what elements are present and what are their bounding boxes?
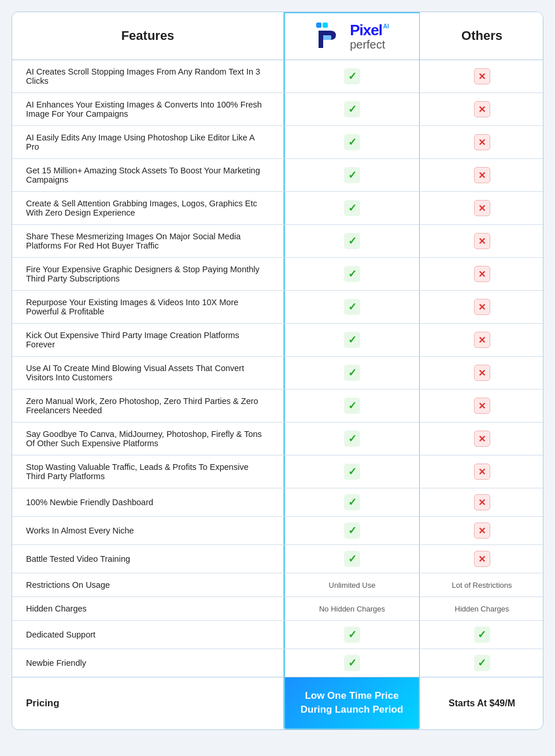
feature-cell: Share These Mesmerizing Images On Major …: [12, 225, 284, 257]
others-label: Others: [461, 28, 502, 43]
cross-icon: ✕: [474, 431, 490, 447]
table-row: Dedicated Support✓✓: [12, 621, 543, 649]
pixelperfect-cell: ✓: [284, 357, 420, 389]
others-cell: ✕: [420, 357, 543, 389]
pricing-others-value: Starts At $49/M: [449, 698, 515, 709]
pixelperfect-cell: ✓: [284, 159, 420, 191]
check-icon: ✓: [344, 233, 360, 249]
others-cell: ✕: [420, 291, 543, 323]
table-row: Share These Mesmerizing Images On Major …: [12, 225, 543, 258]
pixel-text: Pixel: [350, 22, 382, 39]
pricing-others-cell: Starts At $49/M: [420, 677, 543, 729]
logo-text: Pixel AI perfect: [350, 22, 389, 51]
others-cell: Lot of Restrictions: [420, 573, 543, 596]
cross-icon: ✕: [474, 332, 490, 348]
table-row: Repurpose Your Existing Images & Videos …: [12, 291, 543, 324]
svg-rect-0: [316, 23, 321, 28]
others-cell: ✕: [420, 324, 543, 356]
check-icon: ✓: [344, 200, 360, 216]
comparison-table: Features Pixel: [12, 12, 543, 730]
pricing-label: Pricing: [26, 698, 60, 709]
feature-cell: Battle Tested Video Training: [12, 545, 284, 573]
pixelperfect-cell: ✓: [284, 423, 420, 455]
perfect-text: perfect: [350, 38, 389, 51]
check-icon: ✓: [344, 627, 360, 643]
feature-cell: Create & Sell Attention Grabbing Images,…: [12, 192, 284, 224]
others-cell: ✕: [420, 126, 543, 158]
svg-rect-1: [323, 23, 328, 28]
table-row: 100% Newbie Friendly Dashboard✓✕: [12, 488, 543, 517]
cross-icon: ✕: [474, 494, 490, 510]
others-cell: ✕: [420, 390, 543, 422]
table-row: Get 15 Million+ Amazing Stock Assets To …: [12, 159, 543, 192]
check-icon: ✓: [344, 494, 360, 510]
others-cell: ✕: [420, 93, 543, 125]
feature-cell: Restrictions On Usage: [12, 573, 284, 596]
cross-icon: ✕: [474, 398, 490, 414]
feature-cell: AI Enhances Your Existing Images & Conve…: [12, 93, 284, 125]
text-value: Unlimited Use: [329, 581, 376, 590]
feature-cell: AI Easily Edits Any Image Using Photosho…: [12, 126, 284, 158]
check-icon: ✓: [344, 134, 360, 150]
pixelperfect-cell: ✓: [284, 649, 420, 677]
pixelperfect-cell: ✓: [284, 390, 420, 422]
others-cell: ✕: [420, 517, 543, 544]
ai-badge: AI: [383, 23, 389, 29]
feature-cell: Fire Your Expensive Graphic Designers & …: [12, 258, 284, 290]
check-icon: ✓: [344, 299, 360, 315]
text-value: Lot of Restrictions: [452, 581, 512, 590]
table-row: Restrictions On UsageUnlimited UseLot of…: [12, 573, 543, 597]
feature-cell: Use AI To Create Mind Blowing Visual Ass…: [12, 357, 284, 389]
table-row: Hidden ChargesNo Hidden ChargesHidden Ch…: [12, 597, 543, 621]
others-cell: ✕: [420, 455, 543, 488]
others-cell: ✕: [420, 60, 543, 92]
pixelperfect-cell: ✓: [284, 225, 420, 257]
cross-icon: ✕: [474, 266, 490, 282]
table-row: Works In Almost Every Niche✓✕: [12, 517, 543, 545]
cross-icon: ✕: [474, 464, 490, 480]
table-row: AI Enhances Your Existing Images & Conve…: [12, 93, 543, 126]
table-row: Zero Manual Work, Zero Photoshop, Zero T…: [12, 390, 543, 423]
rows-container: AI Creates Scroll Stopping Images From A…: [12, 60, 543, 677]
feature-cell: Zero Manual Work, Zero Photoshop, Zero T…: [12, 390, 284, 422]
cross-icon: ✕: [474, 299, 490, 315]
cross-icon: ✕: [474, 68, 490, 84]
check-icon: ✓: [344, 398, 360, 414]
table-row: Newbie Friendly✓✓: [12, 649, 543, 677]
table-row: AI Creates Scroll Stopping Images From A…: [12, 60, 543, 93]
table-row: Kick Out Expensive Third Party Image Cre…: [12, 324, 543, 357]
pricing-feature-cell: Pricing: [12, 677, 284, 729]
table-row: AI Easily Edits Any Image Using Photosho…: [12, 126, 543, 159]
pixelperfect-cell: ✓: [284, 291, 420, 323]
table-row: Battle Tested Video Training✓✕: [12, 545, 543, 573]
cross-icon: ✕: [474, 522, 490, 539]
others-cell: ✕: [420, 159, 543, 191]
others-cell: ✕: [420, 488, 543, 516]
feature-cell: Works In Almost Every Niche: [12, 517, 284, 544]
feature-cell: Stop Wasting Valuable Traffic, Leads & P…: [12, 455, 284, 488]
cross-icon: ✕: [474, 200, 490, 216]
pixelperfect-cell: ✓: [284, 545, 420, 573]
pixelperfect-cell: No Hidden Charges: [284, 597, 420, 620]
pixelperfect-cell: ✓: [284, 60, 420, 92]
cross-icon: ✕: [474, 101, 490, 117]
logo: Pixel AI perfect: [315, 21, 389, 51]
table-row: Stop Wasting Valuable Traffic, Leads & P…: [12, 455, 543, 488]
pixelperfect-cell: ✓: [284, 258, 420, 290]
others-header: Others: [420, 12, 543, 60]
cross-icon: ✕: [474, 167, 490, 183]
pricing-pixelperfect-cell: Low One Time Price During Launch Period: [284, 677, 420, 729]
others-cell: ✕: [420, 545, 543, 573]
pixelperfect-cell: ✓: [284, 621, 420, 648]
feature-cell: Hidden Charges: [12, 597, 284, 620]
pixelperfect-cell: ✓: [284, 455, 420, 488]
pixelperfect-cell: ✓: [284, 93, 420, 125]
check-icon: ✓: [344, 101, 360, 117]
check-icon: ✓: [344, 332, 360, 348]
logo-svg: [315, 21, 345, 51]
others-cell: ✓: [420, 621, 543, 648]
feature-cell: 100% Newbie Friendly Dashboard: [12, 488, 284, 516]
table-header: Features Pixel: [12, 12, 543, 60]
others-cell: ✕: [420, 225, 543, 257]
check-icon: ✓: [344, 655, 360, 671]
